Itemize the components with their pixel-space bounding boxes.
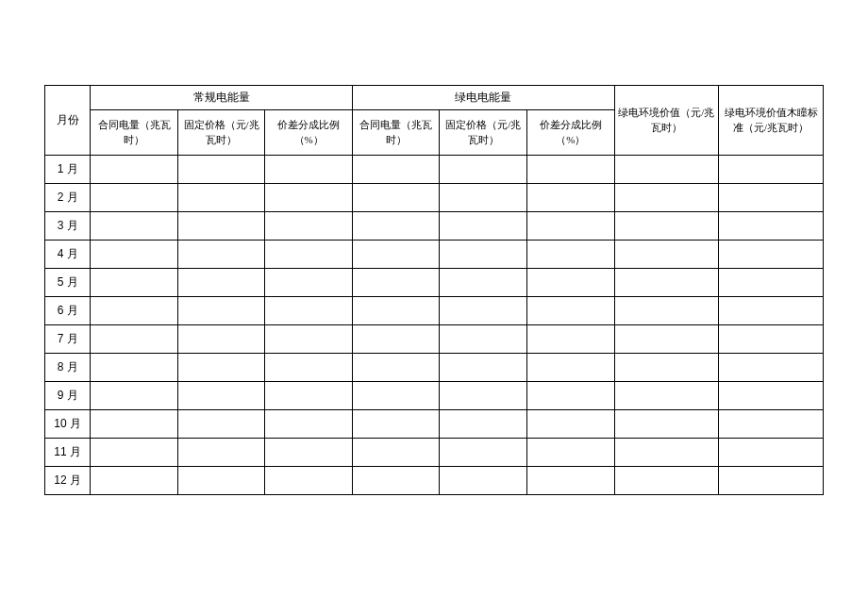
env-value-std-cell [719, 297, 824, 325]
header-regular-contract-qty: 合同电量（兆瓦时） [91, 110, 178, 156]
env-value-cell [614, 269, 719, 297]
green-diff-ratio-cell [527, 439, 615, 467]
regular-diff-ratio-cell [265, 156, 353, 184]
green-diff-ratio-cell [527, 325, 615, 354]
green-fixed-price-cell [440, 439, 527, 467]
regular-diff-ratio-cell [265, 212, 353, 241]
regular-contract-qty-cell [91, 467, 178, 495]
env-value-cell [614, 467, 719, 495]
env-value-cell [614, 241, 719, 269]
env-value-std-cell [719, 325, 824, 354]
regular-diff-ratio-cell [265, 241, 353, 269]
env-value-std-cell [719, 241, 824, 269]
regular-contract-qty-cell [91, 325, 178, 354]
regular-diff-ratio-cell [265, 269, 353, 297]
regular-fixed-price-cell [177, 439, 265, 467]
regular-contract-qty-cell [91, 269, 178, 297]
regular-contract-qty-cell [91, 354, 178, 382]
header-regular-diff-ratio: 价差分成比例（%） [265, 110, 353, 156]
green-fixed-price-cell [440, 354, 527, 382]
green-contract-qty-cell [352, 241, 440, 269]
env-value-std-cell [719, 184, 824, 212]
regular-diff-ratio-cell [265, 325, 353, 354]
month-cell: 8 月 [45, 354, 91, 382]
regular-diff-ratio-cell [265, 410, 353, 439]
month-cell: 7 月 [45, 325, 91, 354]
env-value-cell [614, 439, 719, 467]
green-diff-ratio-cell [527, 269, 615, 297]
green-diff-ratio-cell [527, 354, 615, 382]
regular-diff-ratio-cell [265, 467, 353, 495]
green-diff-ratio-cell [527, 156, 615, 184]
green-diff-ratio-cell [527, 467, 615, 495]
month-cell: 6 月 [45, 297, 91, 325]
env-value-cell [614, 297, 719, 325]
env-value-std-cell [719, 212, 824, 241]
green-contract-qty-cell [352, 382, 440, 410]
table-row: 3 月 [45, 212, 824, 241]
green-fixed-price-cell [440, 325, 527, 354]
regular-fixed-price-cell [177, 410, 265, 439]
month-cell: 2 月 [45, 184, 91, 212]
table-row: 9 月 [45, 382, 824, 410]
green-diff-ratio-cell [527, 241, 615, 269]
month-cell: 11 月 [45, 439, 91, 467]
header-regular-fixed-price: 固定价格（元/兆瓦时） [177, 110, 265, 156]
regular-contract-qty-cell [91, 410, 178, 439]
regular-fixed-price-cell [177, 297, 265, 325]
env-value-std-cell [719, 439, 824, 467]
month-cell: 5 月 [45, 269, 91, 297]
regular-fixed-price-cell [177, 184, 265, 212]
env-value-cell [614, 325, 719, 354]
regular-diff-ratio-cell [265, 382, 353, 410]
env-value-cell [614, 354, 719, 382]
green-contract-qty-cell [352, 325, 440, 354]
regular-contract-qty-cell [91, 439, 178, 467]
env-value-cell [614, 212, 719, 241]
regular-diff-ratio-cell [265, 439, 353, 467]
green-fixed-price-cell [440, 269, 527, 297]
green-contract-qty-cell [352, 439, 440, 467]
table-row: 4 月 [45, 241, 824, 269]
green-diff-ratio-cell [527, 382, 615, 410]
regular-fixed-price-cell [177, 212, 265, 241]
table-row: 11 月 [45, 439, 824, 467]
regular-fixed-price-cell [177, 325, 265, 354]
monthly-energy-table: 月份 常规电能量 绿电电能量 绿电环境价值（元/兆瓦时） 绿电环境价值木瞳标准（… [44, 85, 824, 495]
table-row: 12 月 [45, 467, 824, 495]
env-value-std-cell [719, 156, 824, 184]
green-fixed-price-cell [440, 297, 527, 325]
regular-contract-qty-cell [91, 184, 178, 212]
regular-fixed-price-cell [177, 241, 265, 269]
header-green-fixed-price: 固定价格（元/兆瓦时） [440, 110, 527, 156]
header-env-value: 绿电环境价值（元/兆瓦时） [614, 86, 719, 156]
regular-diff-ratio-cell [265, 297, 353, 325]
env-value-cell [614, 156, 719, 184]
env-value-cell [614, 382, 719, 410]
green-diff-ratio-cell [527, 297, 615, 325]
header-group-green: 绿电电能量 [352, 86, 614, 110]
header-env-value-std: 绿电环境价值木瞳标准（元/兆瓦时） [719, 86, 824, 156]
green-contract-qty-cell [352, 269, 440, 297]
regular-diff-ratio-cell [265, 184, 353, 212]
green-diff-ratio-cell [527, 410, 615, 439]
env-value-std-cell [719, 382, 824, 410]
green-diff-ratio-cell [527, 184, 615, 212]
env-value-cell [614, 184, 719, 212]
regular-fixed-price-cell [177, 156, 265, 184]
regular-fixed-price-cell [177, 354, 265, 382]
green-contract-qty-cell [352, 410, 440, 439]
table-row: 1 月 [45, 156, 824, 184]
green-contract-qty-cell [352, 212, 440, 241]
regular-contract-qty-cell [91, 156, 178, 184]
regular-fixed-price-cell [177, 382, 265, 410]
green-contract-qty-cell [352, 156, 440, 184]
table-row: 6 月 [45, 297, 824, 325]
month-cell: 1 月 [45, 156, 91, 184]
green-contract-qty-cell [352, 354, 440, 382]
env-value-cell [614, 410, 719, 439]
table-row: 5 月 [45, 269, 824, 297]
env-value-std-cell [719, 410, 824, 439]
table-row: 2 月 [45, 184, 824, 212]
table-body: 1 月2 月3 月4 月5 月6 月7 月8 月9 月10 月11 月12 月 [45, 156, 824, 495]
